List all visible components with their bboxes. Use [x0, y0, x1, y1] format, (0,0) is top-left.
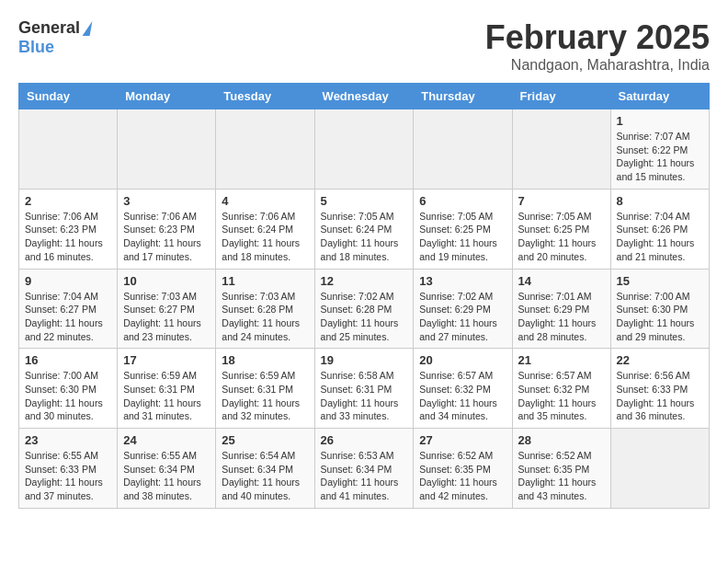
- calendar-cell: 19Sunrise: 6:58 AM Sunset: 6:31 PM Dayli…: [314, 349, 414, 429]
- calendar-cell: 26Sunrise: 6:53 AM Sunset: 6:34 PM Dayli…: [314, 429, 414, 509]
- day-number: 9: [25, 274, 111, 288]
- day-number: 10: [123, 274, 210, 288]
- day-number: 22: [617, 353, 703, 367]
- day-info: Sunrise: 7:03 AM Sunset: 6:27 PM Dayligh…: [123, 290, 210, 344]
- calendar-cell: 15Sunrise: 7:00 AM Sunset: 6:30 PM Dayli…: [610, 269, 709, 349]
- calendar-cell: 17Sunrise: 6:59 AM Sunset: 6:31 PM Dayli…: [118, 349, 216, 429]
- calendar-cell: 8Sunrise: 7:04 AM Sunset: 6:26 PM Daylig…: [610, 189, 709, 269]
- day-info: Sunrise: 6:59 AM Sunset: 6:31 PM Dayligh…: [222, 369, 308, 423]
- calendar-week-row: 23Sunrise: 6:55 AM Sunset: 6:33 PM Dayli…: [19, 429, 710, 509]
- calendar-header-saturday: Saturday: [610, 84, 709, 109]
- day-number: 19: [321, 353, 408, 367]
- calendar-cell: 7Sunrise: 7:05 AM Sunset: 6:25 PM Daylig…: [512, 189, 610, 269]
- calendar-week-row: 1Sunrise: 7:07 AM Sunset: 6:22 PM Daylig…: [19, 109, 710, 190]
- day-info: Sunrise: 6:57 AM Sunset: 6:32 PM Dayligh…: [419, 369, 506, 423]
- day-number: 21: [518, 353, 605, 367]
- calendar-cell: [512, 109, 610, 190]
- calendar-cell: 18Sunrise: 6:59 AM Sunset: 6:31 PM Dayli…: [216, 349, 314, 429]
- day-info: Sunrise: 7:05 AM Sunset: 6:25 PM Dayligh…: [419, 210, 506, 264]
- day-info: Sunrise: 6:53 AM Sunset: 6:34 PM Dayligh…: [321, 449, 408, 503]
- day-number: 11: [222, 274, 308, 288]
- calendar-cell: 5Sunrise: 7:05 AM Sunset: 6:24 PM Daylig…: [314, 189, 414, 269]
- day-info: Sunrise: 7:02 AM Sunset: 6:28 PM Dayligh…: [321, 290, 408, 344]
- day-info: Sunrise: 7:06 AM Sunset: 6:24 PM Dayligh…: [222, 210, 308, 264]
- logo: General Blue: [18, 18, 91, 57]
- day-number: 14: [518, 274, 605, 288]
- logo-general: General: [18, 18, 80, 38]
- day-info: Sunrise: 6:55 AM Sunset: 6:33 PM Dayligh…: [25, 449, 111, 503]
- calendar-cell: 10Sunrise: 7:03 AM Sunset: 6:27 PM Dayli…: [118, 269, 216, 349]
- day-info: Sunrise: 7:00 AM Sunset: 6:30 PM Dayligh…: [617, 290, 703, 344]
- day-info: Sunrise: 6:58 AM Sunset: 6:31 PM Dayligh…: [321, 369, 408, 423]
- calendar-cell: 14Sunrise: 7:01 AM Sunset: 6:29 PM Dayli…: [512, 269, 610, 349]
- calendar-cell: 12Sunrise: 7:02 AM Sunset: 6:28 PM Dayli…: [314, 269, 414, 349]
- day-info: Sunrise: 7:06 AM Sunset: 6:23 PM Dayligh…: [25, 210, 111, 264]
- calendar-cell: 21Sunrise: 6:57 AM Sunset: 6:32 PM Dayli…: [512, 349, 610, 429]
- calendar-cell: 20Sunrise: 6:57 AM Sunset: 6:32 PM Dayli…: [414, 349, 512, 429]
- calendar-header-row: SundayMondayTuesdayWednesdayThursdayFrid…: [19, 84, 710, 109]
- day-number: 4: [222, 194, 308, 208]
- calendar-header-sunday: Sunday: [19, 84, 118, 109]
- calendar-header-tuesday: Tuesday: [216, 84, 314, 109]
- calendar-week-row: 9Sunrise: 7:04 AM Sunset: 6:27 PM Daylig…: [19, 269, 710, 349]
- day-number: 12: [321, 274, 408, 288]
- day-number: 15: [617, 274, 703, 288]
- calendar-cell: 23Sunrise: 6:55 AM Sunset: 6:33 PM Dayli…: [19, 429, 118, 509]
- calendar-cell: 2Sunrise: 7:06 AM Sunset: 6:23 PM Daylig…: [19, 189, 118, 269]
- calendar-header-friday: Friday: [512, 84, 610, 109]
- calendar-cell: 1Sunrise: 7:07 AM Sunset: 6:22 PM Daylig…: [610, 109, 709, 190]
- calendar-cell: [610, 429, 709, 509]
- day-number: 27: [419, 433, 506, 447]
- title-block: February 2025 Nandgaon, Maharashtra, Ind…: [485, 18, 710, 74]
- day-number: 18: [222, 353, 308, 367]
- calendar-cell: 27Sunrise: 6:52 AM Sunset: 6:35 PM Dayli…: [414, 429, 512, 509]
- calendar-cell: [118, 109, 216, 190]
- month-year-title: February 2025: [485, 18, 710, 57]
- day-info: Sunrise: 7:02 AM Sunset: 6:29 PM Dayligh…: [419, 290, 506, 344]
- day-number: 17: [123, 353, 210, 367]
- day-info: Sunrise: 6:59 AM Sunset: 6:31 PM Dayligh…: [123, 369, 210, 423]
- calendar-cell: 3Sunrise: 7:06 AM Sunset: 6:23 PM Daylig…: [118, 189, 216, 269]
- location-subtitle: Nandgaon, Maharashtra, India: [485, 57, 710, 74]
- calendar-cell: 9Sunrise: 7:04 AM Sunset: 6:27 PM Daylig…: [19, 269, 118, 349]
- calendar-header-wednesday: Wednesday: [314, 84, 414, 109]
- day-info: Sunrise: 6:55 AM Sunset: 6:34 PM Dayligh…: [123, 449, 210, 503]
- day-number: 20: [419, 353, 506, 367]
- calendar-cell: [414, 109, 512, 190]
- calendar-cell: 13Sunrise: 7:02 AM Sunset: 6:29 PM Dayli…: [414, 269, 512, 349]
- day-number: 16: [25, 353, 111, 367]
- page-header: General Blue February 2025 Nandgaon, Mah…: [18, 18, 710, 74]
- calendar-header-monday: Monday: [118, 84, 216, 109]
- day-number: 1: [617, 114, 703, 128]
- day-info: Sunrise: 6:52 AM Sunset: 6:35 PM Dayligh…: [419, 449, 506, 503]
- day-number: 23: [25, 433, 111, 447]
- day-info: Sunrise: 7:07 AM Sunset: 6:22 PM Dayligh…: [617, 130, 703, 184]
- day-info: Sunrise: 7:01 AM Sunset: 6:29 PM Dayligh…: [518, 290, 605, 344]
- day-info: Sunrise: 6:56 AM Sunset: 6:33 PM Dayligh…: [617, 369, 703, 423]
- day-info: Sunrise: 7:04 AM Sunset: 6:26 PM Dayligh…: [617, 210, 703, 264]
- day-info: Sunrise: 6:57 AM Sunset: 6:32 PM Dayligh…: [518, 369, 605, 423]
- day-number: 13: [419, 274, 506, 288]
- calendar-cell: 6Sunrise: 7:05 AM Sunset: 6:25 PM Daylig…: [414, 189, 512, 269]
- calendar-cell: 11Sunrise: 7:03 AM Sunset: 6:28 PM Dayli…: [216, 269, 314, 349]
- calendar-cell: 22Sunrise: 6:56 AM Sunset: 6:33 PM Dayli…: [610, 349, 709, 429]
- day-number: 28: [518, 433, 605, 447]
- calendar-cell: 24Sunrise: 6:55 AM Sunset: 6:34 PM Dayli…: [118, 429, 216, 509]
- day-info: Sunrise: 6:54 AM Sunset: 6:34 PM Dayligh…: [222, 449, 308, 503]
- calendar-cell: 16Sunrise: 7:00 AM Sunset: 6:30 PM Dayli…: [19, 349, 118, 429]
- calendar-header-thursday: Thursday: [414, 84, 512, 109]
- calendar-cell: [314, 109, 414, 190]
- day-number: 24: [123, 433, 210, 447]
- day-info: Sunrise: 7:03 AM Sunset: 6:28 PM Dayligh…: [222, 290, 308, 344]
- day-number: 8: [617, 194, 703, 208]
- day-info: Sunrise: 7:05 AM Sunset: 6:24 PM Dayligh…: [321, 210, 408, 264]
- calendar-cell: 28Sunrise: 6:52 AM Sunset: 6:35 PM Dayli…: [512, 429, 610, 509]
- calendar-table: SundayMondayTuesdayWednesdayThursdayFrid…: [18, 83, 710, 509]
- calendar-cell: [19, 109, 118, 190]
- calendar-week-row: 16Sunrise: 7:00 AM Sunset: 6:30 PM Dayli…: [19, 349, 710, 429]
- day-number: 2: [25, 194, 111, 208]
- logo-blue: Blue: [18, 38, 54, 57]
- day-info: Sunrise: 7:06 AM Sunset: 6:23 PM Dayligh…: [123, 210, 210, 264]
- day-number: 6: [419, 194, 506, 208]
- day-info: Sunrise: 7:04 AM Sunset: 6:27 PM Dayligh…: [25, 290, 111, 344]
